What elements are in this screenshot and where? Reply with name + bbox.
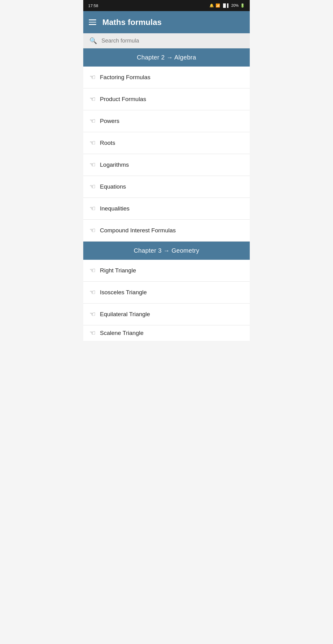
- finger-icon: ☞: [89, 139, 96, 147]
- battery-icon: 🔋: [240, 3, 245, 8]
- list-item[interactable]: ☞ Inequalities: [83, 198, 250, 220]
- list-item[interactable]: ☞ Logarithms: [83, 154, 250, 176]
- finger-icon: ☞: [89, 95, 96, 103]
- list-item[interactable]: ☞ Compound Interest Formulas: [83, 220, 250, 242]
- list-item[interactable]: ☞ Roots: [83, 132, 250, 154]
- finger-icon: ☞: [89, 288, 96, 296]
- list-item[interactable]: ☞ Isosceles Triangle: [83, 282, 250, 304]
- item-label: Right Triangle: [100, 267, 136, 274]
- item-label: Compound Interest Formulas: [100, 227, 176, 234]
- item-label: Logarithms: [100, 161, 129, 168]
- chapter-2-header[interactable]: Chapter 2 → Algebra: [83, 48, 250, 67]
- chapter-2-label: Chapter 2 → Algebra: [137, 54, 196, 61]
- item-label: Equilateral Triangle: [100, 311, 150, 318]
- search-icon: 🔍: [89, 37, 97, 44]
- status-time: 17:58: [88, 3, 98, 8]
- item-label: Roots: [100, 140, 115, 146]
- menu-button[interactable]: [89, 19, 96, 25]
- hamburger-line-1: [89, 19, 96, 20]
- finger-icon: ☞: [89, 267, 96, 275]
- list-item-partial[interactable]: ☞ Scalene Triangle: [83, 325, 250, 341]
- chapter-3-label: Chapter 3 → Geometry: [134, 247, 199, 254]
- list-item[interactable]: ☞ Powers: [83, 110, 250, 132]
- search-bar: 🔍: [83, 33, 250, 48]
- hamburger-line-3: [89, 24, 96, 25]
- app-header: Maths formulas: [83, 11, 250, 33]
- signal-icon: ▐▌▌: [222, 3, 230, 8]
- list-item[interactable]: ☞ Factoring Formulas: [83, 67, 250, 88]
- hamburger-line-2: [89, 22, 96, 23]
- list-item[interactable]: ☞ Equations: [83, 176, 250, 198]
- item-label: Factoring Formulas: [100, 74, 150, 81]
- finger-icon: ☞: [89, 310, 96, 318]
- finger-icon: ☞: [89, 329, 96, 337]
- finger-icon: ☞: [89, 161, 96, 169]
- list-item[interactable]: ☞ Right Triangle: [83, 260, 250, 282]
- status-bar: 17:58 🔔 📶 ▐▌▌ 20% 🔋: [83, 0, 250, 11]
- item-label: Scalene Triangle: [100, 330, 144, 336]
- finger-icon: ☞: [89, 73, 96, 81]
- list-item[interactable]: ☞ Product Formulas: [83, 88, 250, 110]
- finger-icon: ☞: [89, 117, 96, 125]
- finger-icon: ☞: [89, 183, 96, 191]
- alarm-icon: 🔔: [209, 3, 214, 8]
- item-label: Equations: [100, 183, 126, 190]
- search-input[interactable]: [101, 38, 244, 44]
- chapter-3-header[interactable]: Chapter 3 → Geometry: [83, 242, 250, 260]
- wifi-icon: 📶: [216, 3, 220, 8]
- item-label: Isosceles Triangle: [100, 289, 147, 296]
- list-item[interactable]: ☞ Equilateral Triangle: [83, 304, 250, 325]
- status-icons: 🔔 📶 ▐▌▌ 20% 🔋: [209, 3, 245, 8]
- finger-icon: ☞: [89, 205, 96, 213]
- item-label: Inequalities: [100, 205, 130, 212]
- item-label: Powers: [100, 118, 119, 124]
- battery-text: 20%: [231, 3, 239, 8]
- item-label: Product Formulas: [100, 96, 146, 103]
- app-title: Maths formulas: [102, 18, 162, 27]
- finger-icon: ☞: [89, 226, 96, 234]
